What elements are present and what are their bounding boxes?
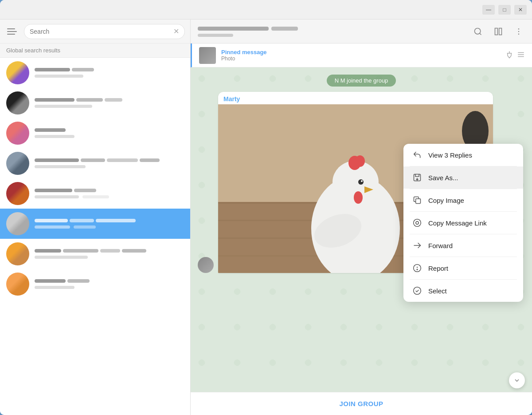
avatar — [6, 242, 29, 265]
report-icon — [412, 263, 422, 273]
pinned-actions — [505, 51, 525, 60]
chat-header — [191, 20, 532, 43]
save-as-icon — [412, 173, 422, 182]
result-text — [35, 158, 184, 168]
list-icon — [517, 51, 525, 60]
pinned-info: Pinned message Photo — [221, 49, 500, 62]
result-title — [35, 68, 184, 71]
search-input-wrap: ✕ — [24, 24, 185, 39]
pinned-bar[interactable]: Pinned message Photo — [191, 43, 532, 67]
result-text — [35, 219, 184, 229]
list-item[interactable] — [0, 118, 190, 148]
avatar — [6, 152, 29, 175]
list-item[interactable] — [0, 239, 190, 269]
avatar — [6, 273, 29, 296]
maximize-button[interactable]: □ — [498, 5, 511, 15]
avatar — [6, 61, 29, 84]
pinned-thumbnail — [199, 47, 216, 64]
main-window: — □ ✕ ✕ Global search results — [0, 0, 532, 415]
avatar — [6, 212, 29, 235]
result-subtitle — [35, 224, 184, 229]
titlebar: — □ ✕ — [0, 0, 532, 20]
result-subtitle — [35, 254, 184, 259]
list-item[interactable] — [0, 88, 190, 118]
result-title — [35, 98, 184, 102]
result-text — [35, 279, 184, 289]
result-subtitle — [35, 133, 184, 138]
result-title — [35, 158, 184, 162]
forward-icon — [412, 241, 422, 250]
forward-label: Forward — [428, 242, 453, 249]
select-icon — [412, 286, 422, 296]
copy-link-item[interactable]: Copy Message Link — [403, 212, 523, 234]
copy-link-label: Copy Message Link — [428, 219, 487, 227]
result-title — [35, 249, 184, 253]
search-icon[interactable] — [472, 25, 484, 38]
view-replies-label: View 3 Replies — [428, 151, 472, 159]
scroll-to-bottom-button[interactable] — [509, 372, 525, 388]
clear-icon[interactable]: ✕ — [173, 27, 179, 36]
chat-title-block — [198, 24, 466, 38]
svg-point-34 — [417, 269, 418, 270]
pinned-desc: Photo — [221, 55, 500, 62]
list-item[interactable] — [0, 269, 190, 299]
avatar — [6, 91, 29, 115]
main-area: ✕ Global search results — [0, 20, 532, 415]
result-title — [35, 219, 184, 222]
svg-point-31 — [414, 219, 421, 227]
close-button[interactable]: ✕ — [514, 5, 527, 15]
svg-rect-2 — [495, 28, 498, 35]
copy-image-label: Copy Image — [428, 197, 464, 204]
result-subtitle — [35, 103, 184, 108]
search-results-list — [0, 58, 190, 415]
list-item[interactable] — [0, 209, 190, 239]
search-results-label: Global search results — [0, 43, 190, 58]
right-panel: Pinned message Photo N M joined the grou… — [191, 20, 532, 415]
report-label: Report — [428, 265, 448, 272]
result-text — [35, 128, 184, 138]
list-item[interactable] — [0, 178, 190, 209]
list-item[interactable] — [0, 148, 190, 178]
columns-icon[interactable] — [492, 25, 505, 38]
save-as-item[interactable]: Save As... — [403, 166, 523, 189]
hamburger-icon[interactable] — [5, 24, 20, 39]
result-subtitle — [35, 163, 184, 168]
result-title — [35, 279, 184, 283]
context-menu: View 3 Replies Save As... — [403, 144, 523, 302]
save-as-label: Save As... — [428, 174, 458, 182]
svg-point-0 — [475, 28, 481, 34]
chat-header-icons — [472, 25, 525, 38]
more-icon[interactable] — [512, 25, 525, 38]
forward-item[interactable]: Forward — [403, 234, 523, 257]
result-title — [35, 189, 184, 192]
result-subtitle — [35, 73, 184, 78]
svg-point-23 — [361, 180, 363, 182]
result-text — [35, 249, 184, 259]
avatar — [6, 182, 29, 205]
result-text — [35, 98, 184, 108]
message-avatar — [198, 257, 214, 273]
copy-image-item[interactable]: Copy Image — [403, 189, 523, 211]
svg-point-5 — [518, 31, 520, 32]
result-subtitle — [35, 284, 184, 289]
join-group-button[interactable]: JOIN GROUP — [339, 400, 383, 407]
list-item[interactable] — [0, 58, 190, 88]
copy-link-icon — [412, 218, 422, 228]
minimize-button[interactable]: — — [482, 5, 495, 15]
search-input[interactable] — [30, 28, 170, 35]
select-item[interactable]: Select — [403, 280, 523, 302]
join-notice: N M joined the group — [327, 75, 396, 87]
report-item[interactable]: Report — [403, 257, 523, 279]
result-text — [35, 68, 184, 78]
result-text — [35, 189, 184, 198]
select-label: Select — [428, 287, 447, 295]
svg-point-4 — [518, 28, 520, 29]
view-replies-icon — [412, 150, 422, 160]
message-sender: Marty — [218, 92, 493, 104]
result-title — [35, 128, 184, 132]
svg-rect-3 — [499, 28, 502, 35]
view-replies-item[interactable]: View 3 Replies — [403, 144, 523, 166]
chat-title — [198, 24, 466, 32]
svg-point-6 — [518, 33, 520, 35]
pinned-label: Pinned message — [221, 49, 500, 55]
